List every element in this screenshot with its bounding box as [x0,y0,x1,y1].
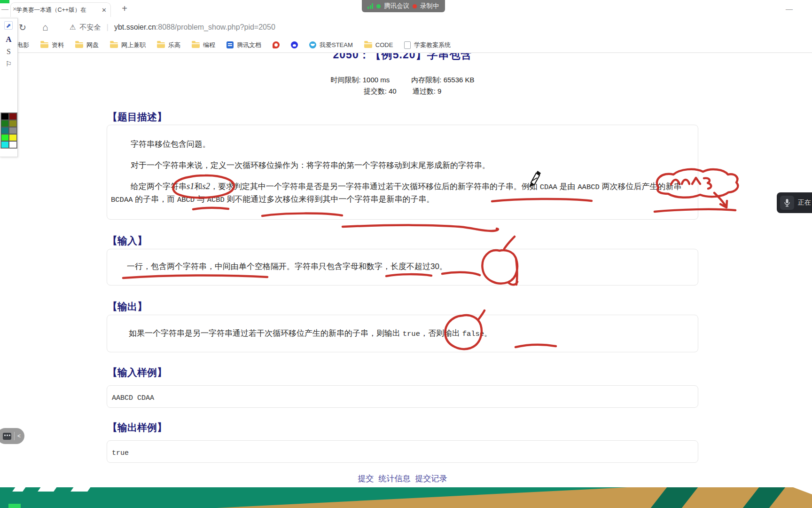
annotation-window-controls: — × [1,5,17,13]
address-separator: | [106,23,108,32]
input-box: 一行，包含两个字符串，中间由单个空格隔开。字符串只包含字母和数字，长度不超过30… [107,249,698,286]
address-toolbar: ↻ ⌂ ⚠ 不安全 | ybt.ssoier.cn:8088/problem_s… [0,17,812,38]
bookmark-item[interactable] [273,41,280,48]
problem-title: 2050：【例5.20】字串包含 [107,53,698,62]
bookmark-item[interactable]: 资料 [40,41,64,49]
bookmark-label: 网盘 [86,41,99,49]
folder-icon [157,42,165,48]
footer-link[interactable]: 统计信息 [379,473,411,484]
bookmark-label: 编程 [203,41,215,49]
bookmark-item[interactable]: 网盘 [75,41,99,49]
pill-divider [14,432,15,440]
limits-row: 时间限制: 1000 ms 内存限制: 65536 KB [107,76,698,85]
bookmark-item[interactable]: 网上兼职 [110,41,146,49]
meeting-app-name: 腾讯会议 [384,2,409,10]
color-swatch[interactable] [9,127,17,134]
bookmark-label: 学案教案系统 [414,41,451,49]
bookmark-item[interactable]: 编程 [192,41,215,49]
recording-corner-chip [0,0,9,3]
bookmark-label: 腾讯文档 [237,41,261,49]
browser-tab[interactable]: 学奥赛一本通（C++版）在 ✕ [10,2,111,17]
footer-link[interactable]: 提交 [358,473,374,484]
input-text: 一行，包含两个字符串，中间由单个空格隔开。字符串只包含字母和数字，长度不超过30… [107,261,698,272]
flag-tool[interactable]: ⚐ [0,58,17,70]
tab-close-icon[interactable]: ✕ [102,7,107,14]
browser-window: 学奥赛一本通（C++版）在 ✕ + — ↻ ⌂ ⚠ 不安全 | ybt.ssoi… [0,0,812,508]
bookmark-item[interactable] [291,41,298,48]
folder-icon [40,42,48,48]
color-swatch[interactable] [1,141,9,148]
bookmark-label: 电影 [17,41,29,49]
stats-row: 提交数: 40 通过数: 9 [107,87,698,96]
bookmark-item[interactable]: 乐高 [157,41,180,49]
pointer-tool[interactable]: ⬈ [4,21,13,30]
text-tool[interactable]: A [0,33,17,46]
recording-dot [413,4,417,8]
input-header: 【输入】 [108,234,147,247]
color-swatch[interactable] [1,120,9,127]
tab-title: 学奥赛一本通（C++版）在 [16,6,99,14]
annotation-tools: ⬈AS⚐ [0,21,17,70]
not-secure-label: 不安全 [79,23,101,32]
bookmark-label: 资料 [52,41,64,49]
annotation-toolbar: ⬈AS⚐ [0,18,18,157]
color-swatch[interactable] [9,134,17,141]
chevron-left-icon[interactable]: < [17,433,21,439]
color-swatch[interactable] [9,113,17,120]
band-green-chip [8,504,21,508]
window-minimize-button[interactable]: — [786,5,793,13]
mic-status-text: 正在 [798,198,811,207]
address-bar[interactable]: ⚠ 不安全 | ybt.ssoier.cn:8088/problem_show.… [70,17,275,38]
meeting-recording-pill[interactable]: 腾讯会议 录制中 [362,0,445,12]
curve-tool[interactable]: S [0,46,17,58]
bookmark-item[interactable]: CODE [364,41,393,48]
bookmark-item[interactable]: 我爱STEAM [309,41,353,49]
footer-links: 提交统计信息提交记录 [107,473,698,484]
color-swatch[interactable] [1,113,9,120]
recording-status: 录制中 [420,2,439,10]
tencent-docs-icon [226,41,234,48]
output-text: 如果一个字符串是另一字符串通过若干次循环移位产生的新串的子串，则输出 true，… [107,327,698,340]
color-swatch[interactable] [1,127,9,134]
folder-icon [364,42,372,48]
baidu-icon [291,41,298,48]
band-notch [70,486,91,492]
footer-link[interactable]: 提交记录 [415,473,447,484]
bookmark-label: 乐高 [168,41,180,49]
url-text[interactable]: ybt.ssoier.cn:8088/problem_show.php?pid=… [114,23,275,32]
mic-status-bar[interactable]: 正在 [777,192,812,213]
home-button[interactable]: ⌂ [42,17,48,38]
reload-button[interactable]: ↻ [19,17,26,38]
color-swatch[interactable] [9,120,17,127]
sample-input-header: 【输入样例】 [108,366,167,379]
folder-icon [192,42,200,48]
color-palette [0,112,17,149]
description-paragraph: 给定两个字符串s1和s2，要求判定其中一个字符串是否是另一字符串通过若干次循环移… [107,181,698,206]
color-swatch[interactable] [1,134,9,141]
sample-output-box: true [107,440,698,463]
folder-icon [75,42,83,48]
signal-icon [367,3,373,9]
sample-output-header: 【输出样例】 [108,421,167,434]
annotation-minimize-button[interactable]: — [1,5,8,13]
steam-site-icon [309,41,316,48]
bookmarks-bar: 电影资料网盘网上兼职乐高编程腾讯文档我爱STEAMCODE学案教案系统 [0,38,812,53]
description-box: 字符串移位包含问题。 对于一个字符串来说，定义一次循环移位操作为：将字符串的第一… [107,125,698,220]
output-header: 【输出】 [108,300,147,313]
new-tab-button[interactable]: + [118,2,131,15]
color-swatch[interactable] [9,141,17,148]
weibo-icon [273,41,280,48]
microphone-icon [780,196,794,210]
annotation-close-button[interactable]: × [13,5,17,13]
bookmark-label: 我爱STEAM [320,41,353,49]
bookmark-item[interactable]: 腾讯文档 [226,41,261,49]
input-method-pill[interactable]: < [0,428,24,444]
bookmark-label: CODE [375,41,393,48]
description-paragraph: 对于一个字符串来说，定义一次循环移位操作为：将字符串的第一个字符移动到末尾形成新… [107,159,698,171]
problem-page: 2050：【例5.20】字串包含 时间限制: 1000 ms 内存限制: 655… [0,53,812,508]
bookmark-item[interactable]: 学案教案系统 [404,41,451,49]
not-secure-warning-icon: ⚠ [70,23,76,32]
output-box: 如果一个字符串是另一字符串通过若干次循环移位产生的新串的子串，则输出 true，… [107,315,698,352]
description-header: 【题目描述】 [108,111,167,124]
page-icon [404,41,411,49]
